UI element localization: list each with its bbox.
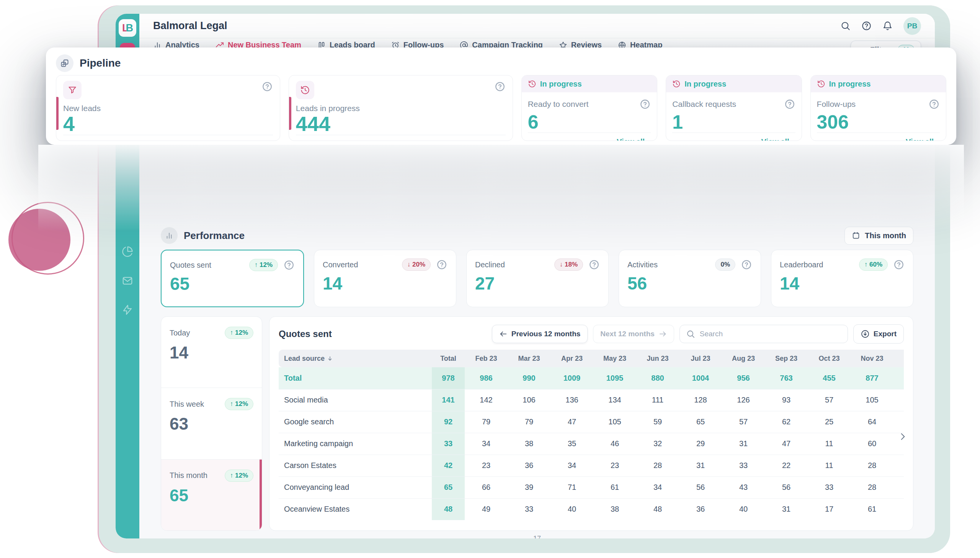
help-circle-icon[interactable]	[588, 259, 600, 271]
cell-marketing-campaign-mar-23: 38	[507, 433, 550, 455]
pipeline-card-new-leads: New leads 4 View all	[56, 75, 280, 141]
period-stat-value: 65	[170, 487, 254, 504]
table-row-marketing-campaign[interactable]: Marketing campaign3334383546322931471160…	[279, 433, 904, 455]
table-header-row: Lead sourceTotalFeb 23Mar 23Apr 23May 23…	[279, 350, 904, 367]
pie-chart-icon[interactable]	[122, 246, 133, 258]
table-search	[679, 325, 848, 343]
funnel-icon	[67, 85, 77, 95]
view-all-row: View all	[528, 133, 651, 141]
pipeline-card-value: 444	[296, 113, 506, 135]
period-stat-value: 63	[170, 415, 254, 432]
cell-carson-estates-feb-23: 23	[465, 455, 507, 476]
pipeline-card-label: Leads in progress	[296, 104, 506, 113]
delta-badge: ↑ 12%	[225, 469, 254, 482]
help-circle-icon[interactable]	[639, 98, 651, 110]
help-circle-icon[interactable]	[928, 98, 940, 110]
cell-conveyancing-lead-apr-23: 71	[550, 476, 593, 498]
cell-oceanview-estates-nov-23: 61	[851, 498, 893, 520]
view-all-link[interactable]: View all	[617, 138, 645, 141]
company-name: Balmoral Legal	[153, 20, 227, 32]
delta-badge: ↑ 60%	[859, 259, 888, 271]
help-circle-icon[interactable]	[262, 81, 273, 92]
help-circle-icon[interactable]	[784, 98, 795, 110]
performance-card-value: 56	[627, 275, 752, 292]
performance-card-converted[interactable]: Converted ↓ 20% 14	[314, 250, 456, 307]
help-icon[interactable]	[861, 21, 872, 31]
performance-card-declined[interactable]: Declined ↓ 18% 27	[466, 250, 609, 307]
avatar[interactable]: PB	[903, 17, 921, 35]
help-circle-icon[interactable]	[436, 259, 448, 271]
performance-card-quotes-sent[interactable]: Quotes sent ↑ 12% 65	[161, 250, 304, 307]
view-all-link[interactable]: View all	[244, 140, 272, 141]
table-row-carson-estates[interactable]: Carson Estates42233634232831332211283	[279, 455, 904, 476]
period-stat-today[interactable]: Today ↑ 12% 14	[161, 317, 262, 388]
column-header-apr-23: Apr 23	[550, 350, 593, 367]
next-12-months-button[interactable]: Next 12 months	[593, 325, 674, 343]
view-all-link[interactable]: View all	[906, 138, 934, 141]
delta-badge: ↑ 12%	[249, 259, 278, 271]
pipeline-card-follow-ups: In progress Follow-ups 306 View all	[810, 75, 946, 141]
clock-history-icon	[817, 80, 825, 88]
cell-marketing-campaign-oct-23: 11	[808, 433, 851, 455]
pink-accent-bar	[56, 97, 59, 130]
in-progress-strip: In progress	[811, 75, 946, 92]
pipeline-card-ready-to-convert: In progress Ready to convert 6 View all	[521, 75, 657, 141]
period-select-button[interactable]: This month	[844, 227, 913, 245]
column-header-feb-23: Feb 23	[465, 350, 507, 367]
period-stat-label: This week	[170, 400, 204, 409]
search-input[interactable]	[699, 329, 841, 338]
performance-card-top: Declined ↓ 18%	[475, 259, 600, 271]
view-all-link[interactable]: View all	[761, 138, 789, 141]
row-label: Carson Estates	[279, 455, 432, 476]
copy-check-icon	[60, 59, 69, 68]
cell-marketing-campaign-feb-23: 34	[465, 433, 507, 455]
table-row-social-media[interactable]: Social media1411421061361341111281269357…	[279, 389, 904, 411]
cell-marketing-campaign-apr-23: 35	[550, 433, 593, 455]
export-button[interactable]: Export	[853, 324, 904, 343]
period-stat-this-week[interactable]: This week ↑ 12% 63	[161, 388, 262, 459]
cell-marketing-campaign-sep-23: 47	[765, 433, 808, 455]
row-label: Marketing campaign	[279, 433, 432, 455]
cell-social-media-jun-23: 111	[636, 389, 679, 411]
table-row-total[interactable]: Total97898699010091095880100495676345587…	[279, 367, 904, 389]
delta-badge: 0%	[715, 259, 735, 271]
pipeline-card-callback-requests: In progress Callback requests 1 View all	[666, 75, 802, 141]
pipeline-title: Pipeline	[80, 57, 121, 69]
table-row-conveyancing-lead[interactable]: Conveyancing lead65663971613456435633283	[279, 476, 904, 498]
cell-google-search-sep-23: 62	[765, 411, 808, 433]
cell-conveyancing-lead-jul-23: 56	[679, 476, 722, 498]
cell-marketing-campaign-total: 33	[432, 433, 465, 455]
table-row-google-search[interactable]: Google search927979471055965576225646	[279, 411, 904, 433]
table-scroll-next-icon[interactable]	[898, 432, 908, 441]
performance-card-activities[interactable]: Activities 0% 56	[618, 250, 761, 307]
period-stat-this-month[interactable]: This month ↑ 12% 65	[161, 460, 262, 530]
column-header-aug-23: Aug 23	[722, 350, 765, 367]
company-logo[interactable]: LB	[119, 19, 136, 37]
performance-card-leaderboard[interactable]: Leaderboard ↑ 60% 14	[771, 250, 913, 307]
table-controls-right: Previous 12 months Next 12 months	[492, 324, 904, 343]
clock-history-icon	[528, 80, 536, 88]
in-progress-label: In progress	[829, 80, 871, 89]
bolt-icon[interactable]	[122, 304, 133, 315]
pink-accent-bar	[260, 460, 262, 530]
row-label: Conveyancing lead	[279, 476, 432, 498]
cell-social-media-apr-23: 136	[550, 389, 593, 411]
previous-12-months-button[interactable]: Previous 12 months	[492, 325, 588, 343]
cell-carson-estates-jun-23: 28	[636, 455, 679, 476]
table-row-oceanview-estates[interactable]: Oceanview Estates48493340384836403117613	[279, 498, 904, 520]
help-circle-icon[interactable]	[283, 259, 295, 271]
cell-carson-estates-dec-23: 3	[893, 455, 904, 476]
cell-conveyancing-lead-jun-23: 34	[636, 476, 679, 498]
notifications-bell-icon[interactable]	[882, 21, 893, 31]
help-circle-icon[interactable]	[494, 81, 506, 92]
view-all-link[interactable]: View all	[476, 140, 504, 141]
mail-icon[interactable]	[122, 275, 133, 286]
cell-oceanview-estates-aug-23: 40	[722, 498, 765, 520]
help-circle-icon[interactable]	[893, 259, 905, 271]
column-header-lead-source[interactable]: Lead source	[279, 350, 432, 367]
cell-carson-estates-nov-23: 28	[851, 455, 893, 476]
cell-conveyancing-lead-sep-23: 56	[765, 476, 808, 498]
help-circle-icon[interactable]	[741, 259, 752, 271]
period-stat-top: Today ↑ 12%	[170, 327, 254, 339]
search-icon[interactable]	[840, 21, 851, 31]
